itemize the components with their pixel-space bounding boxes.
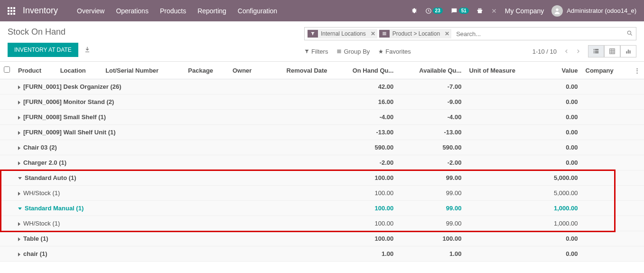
table-group-row[interactable]: chair (1)1.001.000.00 — [0, 246, 644, 262]
caret-icon — [18, 207, 22, 210]
svg-rect-2 — [13, 7, 15, 9]
table-group-row[interactable]: Chair 03 (2)590.00590.000.00 — [0, 140, 644, 155]
row-available: 99.00 — [397, 216, 465, 231]
col-product[interactable]: Product — [14, 62, 56, 79]
page-title: Stock On Hand — [8, 27, 91, 37]
pager-group: 1-10 / 10 — [532, 45, 636, 57]
table-group-row[interactable]: [FURN_0009] Wall Shelf Unit (1)-13.00-13… — [0, 125, 644, 140]
row-label: Chair 03 (2) — [23, 144, 57, 151]
row-available: -2.00 — [397, 155, 465, 170]
table-group-row[interactable]: [FURN_0006] Monitor Stand (2)16.00-9.000… — [0, 94, 644, 110]
row-onhand: 100.00 — [331, 231, 398, 246]
col-uom[interactable]: Unit of Measure — [465, 62, 539, 79]
col-removal[interactable]: Removal Date — [265, 62, 331, 79]
svg-rect-5 — [13, 10, 15, 12]
svg-rect-31 — [628, 50, 629, 54]
nav-products[interactable]: Products — [160, 7, 186, 15]
nav-reporting[interactable]: Reporting — [197, 7, 226, 15]
table-child-row[interactable]: WH/Stock (1)100.0099.001,000.00 — [0, 216, 644, 231]
view-pivot-icon[interactable] — [604, 45, 620, 57]
table-child-row[interactable]: WH/Stock (1)100.0099.005,000.00 — [0, 186, 644, 201]
row-value: 0.00 — [539, 140, 582, 155]
pager-next[interactable] — [574, 46, 582, 57]
col-lot[interactable]: Lot/Serial Number — [102, 62, 184, 79]
view-graph-icon[interactable] — [620, 45, 636, 57]
col-package[interactable]: Package — [184, 62, 229, 79]
row-label: [FURN_0006] Monitor Stand (2) — [23, 98, 114, 105]
row-label: Table (1) — [23, 235, 48, 242]
pager-text[interactable]: 1-10 / 10 — [532, 48, 557, 55]
svg-rect-32 — [629, 50, 630, 53]
caret-icon — [18, 146, 20, 150]
view-list-icon[interactable] — [588, 45, 604, 57]
row-onhand: 100.00 — [331, 216, 398, 231]
svg-rect-0 — [8, 7, 9, 9]
row-onhand: 590.00 — [331, 140, 398, 155]
facet-filter-remove[interactable]: ✕ — [369, 30, 377, 37]
company-selector[interactable]: My Company — [505, 7, 544, 15]
col-more-icon[interactable]: ⋮ — [630, 62, 644, 79]
row-value: 0.00 — [539, 79, 582, 94]
nav-overview[interactable]: Overview — [77, 7, 104, 15]
svg-rect-20 — [337, 49, 341, 50]
row-available: 99.00 — [397, 201, 465, 216]
activity-badge: 23 — [433, 8, 443, 14]
data-table: Product Location Lot/Serial Number Packa… — [0, 62, 644, 262]
select-all-checkbox[interactable] — [4, 66, 10, 73]
table-group-row[interactable]: Standard Auto (1)100.0099.005,000.00 — [0, 170, 644, 186]
nav-configuration[interactable]: Configuration — [238, 7, 277, 15]
inventory-at-date-button[interactable]: INVENTORY AT DATE — [8, 43, 78, 57]
row-onhand: 1.00 — [331, 246, 398, 262]
row-value: 0.00 — [539, 94, 582, 110]
table-header-row: Product Location Lot/Serial Number Packa… — [0, 62, 644, 79]
col-company[interactable]: Company — [582, 62, 630, 79]
table-group-row[interactable]: Standard Manual (1)100.0099.001,000.00 — [0, 201, 644, 216]
table-group-row[interactable]: Charger 2.0 (1)-2.00-2.000.00 — [0, 155, 644, 170]
apps-icon[interactable] — [8, 7, 15, 15]
row-available: 590.00 — [397, 140, 465, 155]
table-group-row[interactable]: [FURN_0001] Desk Organizer (26)42.00-7.0… — [0, 79, 644, 94]
col-available[interactable]: Available Qu... — [397, 62, 465, 79]
row-value: 0.00 — [539, 231, 582, 246]
facet-groupby-remove[interactable]: ✕ — [443, 30, 451, 37]
app-name[interactable]: Inventory — [23, 6, 58, 16]
table-group-row[interactable]: [FURN_0008] Small Shelf (1)-4.00-4.000.0… — [0, 110, 644, 125]
svg-rect-6 — [8, 13, 9, 15]
row-onhand: -2.00 — [331, 155, 398, 170]
svg-rect-12 — [479, 9, 480, 13]
gift-icon[interactable] — [476, 8, 483, 14]
svg-rect-25 — [594, 51, 595, 52]
table-group-row[interactable]: Table (1)100.00100.000.00 — [0, 231, 644, 246]
bug-icon[interactable] — [411, 8, 418, 14]
groupby-dropdown[interactable]: Group By — [336, 48, 370, 55]
nav-operations[interactable]: Operations — [116, 7, 148, 15]
col-owner[interactable]: Owner — [229, 62, 265, 79]
row-label: WH/Stock (1) — [23, 189, 60, 197]
avatar — [551, 5, 563, 17]
caret-icon — [18, 131, 20, 135]
search-input[interactable] — [453, 29, 626, 38]
col-value[interactable]: Value — [539, 62, 582, 79]
filters-dropdown[interactable]: Filters — [304, 48, 328, 55]
row-available: -9.00 — [397, 94, 465, 110]
search-bar[interactable]: Internal Locations ✕ Product > Location … — [304, 27, 636, 40]
user-menu[interactable]: Administrator (odoo14_e) — [551, 5, 636, 17]
clock-icon[interactable]: 23 — [425, 8, 443, 14]
pager-prev[interactable] — [562, 46, 571, 57]
col-onhand[interactable]: On Hand Qu... — [331, 62, 398, 79]
svg-rect-28 — [595, 52, 599, 53]
svg-rect-23 — [594, 49, 595, 50]
col-location[interactable]: Location — [56, 62, 102, 79]
row-value: 0.00 — [539, 125, 582, 140]
favorites-dropdown[interactable]: Favorites — [378, 48, 411, 55]
row-available: -13.00 — [397, 125, 465, 140]
tools-icon[interactable] — [491, 8, 497, 14]
select-all-cell — [0, 62, 14, 79]
chat-icon[interactable]: 51 — [450, 7, 469, 15]
row-available: -7.00 — [397, 79, 465, 94]
search-icon[interactable] — [626, 30, 633, 38]
row-onhand: 16.00 — [331, 94, 398, 110]
svg-point-14 — [480, 8, 481, 9]
caret-icon — [18, 253, 20, 256]
export-icon[interactable] — [84, 46, 91, 54]
